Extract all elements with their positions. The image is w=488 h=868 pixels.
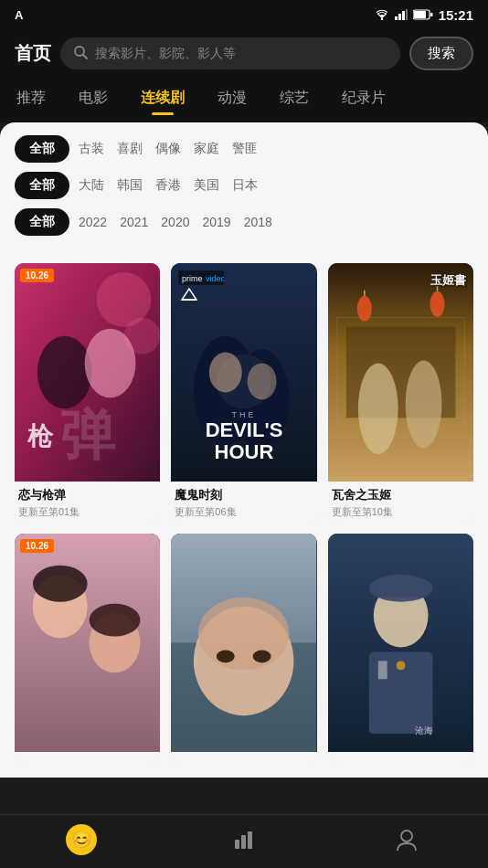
filter-option-hanguo[interactable]: 韩国	[117, 177, 143, 194]
filter-row-region: 全部 大陆 韩国 香港 美国 日本	[15, 172, 473, 199]
filter-option-2018[interactable]: 2018	[244, 215, 272, 229]
status-app-icon: A	[15, 8, 23, 22]
svg-point-46	[253, 650, 271, 662]
movie-card-5[interactable]	[171, 534, 316, 763]
tab-documentary[interactable]: 纪录片	[325, 83, 402, 113]
tab-recommend[interactable]: 推荐	[0, 83, 62, 113]
movie-card-6[interactable]: 沧海	[328, 534, 473, 763]
movie-info-5	[171, 752, 316, 763]
filter-option-riben[interactable]: 日本	[232, 177, 258, 194]
signal-icon	[395, 9, 408, 20]
movie-update-3: 更新至第10集	[332, 505, 470, 519]
bottom-nav-home[interactable]: 😊	[66, 824, 97, 855]
svg-point-14	[85, 329, 136, 398]
filter-year-all[interactable]: 全部	[15, 208, 69, 236]
svg-point-0	[380, 18, 382, 20]
home-nav-icon: 😊	[66, 824, 97, 855]
yuji-title-overlay: 玉姬書	[430, 272, 466, 289]
movie-info-1: 恋与枪弹 更新至第01集	[15, 482, 160, 523]
svg-point-30	[357, 296, 372, 322]
movie-poster-3: 玉姬書	[328, 263, 473, 482]
svg-point-58	[401, 831, 412, 842]
movie-info-6	[328, 752, 473, 763]
movie-grid-area: 弹 枪 10.26 恋与枪弹 更新至第01集	[0, 249, 488, 778]
filter-option-jingfei[interactable]: 警匪	[232, 141, 258, 157]
bottom-nav-user[interactable]	[391, 824, 422, 855]
filter-option-2022[interactable]: 2022	[79, 215, 107, 229]
filter-option-jiating[interactable]: 家庭	[194, 141, 219, 157]
movie-grid: 弹 枪 10.26 恋与枪弹 更新至第01集	[15, 263, 473, 763]
movie-info-2: 魔鬼时刻 更新至第06集	[171, 482, 316, 523]
svg-point-39	[33, 566, 88, 602]
date-badge-1: 10.26	[20, 269, 54, 282]
filter-year-options: 2022 2021 2020 2019 2018	[79, 215, 473, 229]
filter-section: 全部 古装 喜剧 偶像 家庭 警匪 全部 大陆 韩国 香港 美国 日本 全部	[0, 122, 488, 249]
svg-rect-1	[395, 16, 398, 20]
filter-option-2021[interactable]: 2021	[120, 215, 148, 229]
filter-option-dalu[interactable]: 大陆	[79, 177, 104, 194]
filter-row-year: 全部 2022 2021 2020 2019 2018	[15, 208, 473, 236]
page-title: 首页	[15, 41, 51, 66]
movie-update-2: 更新至第06集	[175, 505, 313, 519]
filter-option-guzhuang[interactable]: 古装	[79, 141, 104, 157]
wifi-icon	[375, 9, 389, 20]
search-icon	[73, 45, 88, 62]
svg-point-35	[405, 361, 441, 449]
filter-option-ouxiang[interactable]: 偶像	[155, 141, 181, 157]
svg-rect-57	[248, 831, 252, 849]
movie-poster-4: 10.26	[15, 534, 160, 752]
svg-point-34	[358, 364, 398, 455]
movie-card-2[interactable]: prime video THE DEVIL'S HOUR	[171, 263, 316, 523]
filter-option-meiguo[interactable]: 美国	[194, 177, 219, 194]
svg-rect-55	[235, 840, 239, 849]
chart-icon	[231, 827, 257, 852]
status-time: 15:21	[439, 7, 473, 23]
movie-card-1[interactable]: 弹 枪 10.26 恋与枪弹 更新至第01集	[15, 263, 160, 523]
movie-card-4[interactable]: 10.26	[15, 534, 160, 763]
user-nav-icon	[391, 824, 422, 855]
svg-rect-56	[241, 835, 246, 849]
filter-region-options: 大陆 韩国 香港 美国 日本	[79, 177, 473, 194]
tab-variety[interactable]: 综艺	[263, 83, 325, 113]
filter-option-2019[interactable]: 2019	[202, 215, 230, 229]
movie-poster-2: prime video THE DEVIL'S HOUR	[171, 263, 316, 482]
nav-tabs: 推荐 电影 连续剧 动漫 综艺 纪录片	[0, 79, 488, 122]
movie-info-3: 瓦舍之玉姬 更新至第10集	[328, 482, 473, 523]
svg-point-22	[217, 355, 271, 409]
svg-point-44	[198, 598, 290, 671]
svg-rect-3	[402, 11, 405, 20]
svg-rect-53	[377, 579, 423, 598]
content-area: 全部 古装 喜剧 偶像 家庭 警匪 全部 大陆 韩国 香港 美国 日本 全部	[0, 122, 488, 851]
prime-badge: prime video	[178, 270, 224, 302]
bottom-nav-chart[interactable]	[228, 824, 260, 855]
movie-poster-6: 沧海	[328, 534, 473, 752]
filter-row-genre: 全部 古装 喜剧 偶像 家庭 警匪	[15, 135, 473, 163]
tab-movie[interactable]: 电影	[62, 83, 124, 113]
svg-rect-7	[430, 13, 433, 16]
svg-point-13	[37, 336, 92, 409]
movie-poster-1: 弹 枪 10.26	[15, 263, 160, 482]
search-button[interactable]: 搜索	[409, 37, 473, 70]
filter-option-xiju[interactable]: 喜剧	[117, 141, 143, 157]
filter-region-all[interactable]: 全部	[15, 172, 69, 199]
tab-series[interactable]: 连续剧	[124, 83, 201, 113]
svg-point-31	[430, 291, 444, 317]
date-badge-4: 10.26	[20, 539, 54, 553]
bottom-nav: 😊	[0, 814, 488, 868]
svg-rect-50	[377, 661, 387, 679]
movie-card-3[interactable]: 玉姬書 瓦舍之玉姬 更新至第10集	[328, 263, 473, 523]
user-icon	[394, 827, 419, 852]
devils-hour-text: THE DEVIL'S HOUR	[206, 410, 283, 463]
tab-anime[interactable]: 动漫	[201, 83, 263, 113]
filter-option-xianggang[interactable]: 香港	[155, 177, 181, 194]
svg-rect-2	[398, 14, 401, 20]
svg-rect-6	[414, 11, 426, 18]
home-icon-circle: 😊	[66, 824, 97, 855]
svg-point-51	[396, 661, 405, 670]
svg-text:沧海: 沧海	[414, 725, 432, 736]
movie-title-1: 恋与枪弹	[18, 487, 156, 503]
search-bar[interactable]: 搜索影片、影院、影人等	[60, 37, 400, 69]
movie-title-3: 瓦舍之玉姬	[332, 487, 470, 503]
filter-genre-all[interactable]: 全部	[15, 135, 69, 163]
filter-option-2020[interactable]: 2020	[161, 215, 189, 229]
